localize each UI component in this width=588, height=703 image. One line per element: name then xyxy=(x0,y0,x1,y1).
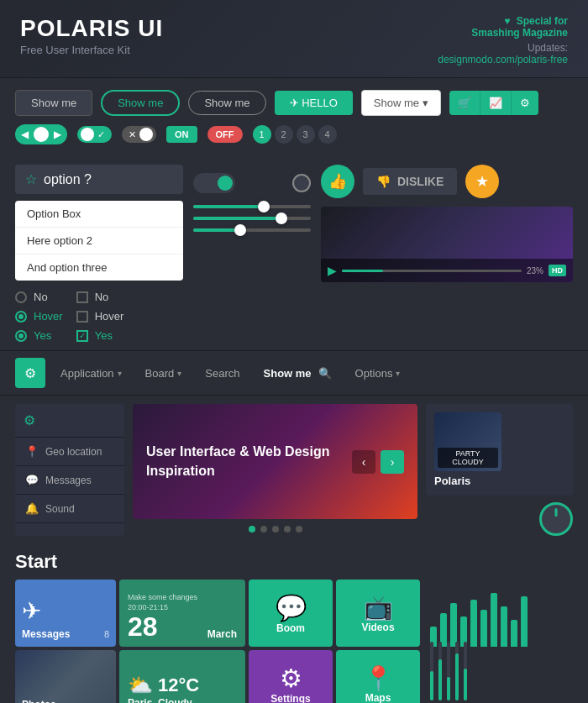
video-player: ▶ 23% HD xyxy=(321,207,573,282)
toggle-on-switch[interactable]: ON xyxy=(166,126,197,143)
tile-weather[interactable]: ⛅ 12°C Paris, Cloudy xyxy=(119,650,245,703)
radio-yes-2[interactable]: ✓ Yes xyxy=(76,329,124,342)
thumbs-down-icon: 👎 xyxy=(376,175,391,188)
hd-badge: HD xyxy=(549,265,566,276)
radio-no-2[interactable]: No xyxy=(76,291,124,303)
nav-item-show-me[interactable]: Show me 🔍 xyxy=(252,360,344,386)
tile-maps[interactable]: 📍 Maps xyxy=(336,650,420,703)
slider-fill-2 xyxy=(193,217,281,220)
like-button[interactable]: 👍 xyxy=(321,165,354,198)
radio-hover-2[interactable]: Hover xyxy=(76,310,124,323)
nav-app-arrow: ▾ xyxy=(118,369,122,378)
nav-item-board[interactable]: Board ▾ xyxy=(134,360,194,386)
nav-item-options[interactable]: Options ▾ xyxy=(344,360,412,386)
dropdown-active[interactable]: ☆ option ? xyxy=(15,165,183,194)
radio-yes-1[interactable]: Yes xyxy=(15,329,63,342)
mid-toggle[interactable] xyxy=(193,173,235,193)
sidebar-menu-sound[interactable]: 🔔 Sound xyxy=(15,495,124,523)
smashing-label: Smashing Magazine xyxy=(438,27,568,39)
v-slider-1[interactable] xyxy=(430,642,433,700)
banner-next-arrow[interactable]: › xyxy=(381,450,404,474)
page-item-4[interactable]: 4 xyxy=(318,125,337,144)
tile-messages[interactable]: ✈ Messages 8 xyxy=(15,580,116,647)
tile-videos[interactable]: 📺 Videos xyxy=(336,580,420,647)
page-item-3[interactable]: 3 xyxy=(297,125,315,144)
slider-thumb-2 xyxy=(276,212,287,224)
app-subtitle: Free User Interface Kit xyxy=(20,44,163,56)
nav-item-search[interactable]: Search xyxy=(193,360,251,386)
v-slider-fill-4 xyxy=(455,653,459,700)
v-slider-2[interactable] xyxy=(438,642,442,700)
sidebar-menu-messages[interactable]: 💬 Messages xyxy=(15,466,124,495)
toggle-switch-1[interactable]: ◀ ▶ xyxy=(15,124,67,144)
tile-settings[interactable]: ⚙ Settings xyxy=(249,650,333,703)
tile-calendar-note: Make some changes xyxy=(128,593,237,601)
like-row: 👍 👎 DISLIKE ★ xyxy=(321,165,573,198)
star-button[interactable]: ★ xyxy=(465,165,499,198)
page-item-1[interactable]: 1 xyxy=(253,125,271,144)
dropdown-item-1[interactable]: Option Box xyxy=(15,201,183,228)
radio-groups: No Hover Yes No Hover xyxy=(15,291,183,342)
dropdown-item-2[interactable]: Here option 2 xyxy=(15,228,183,254)
banner-dot-5[interactable] xyxy=(296,526,302,532)
settings-icon-btn[interactable]: ⚙ xyxy=(512,91,538,115)
weather-card: PARTY CLOUDY Polaris xyxy=(426,404,573,496)
hello-button[interactable]: ✈ HELLO xyxy=(275,91,353,115)
video-progress-fill xyxy=(342,270,383,272)
page-item-2[interactable]: 2 xyxy=(275,125,293,144)
tile-boom[interactable]: 💬 Boom xyxy=(249,580,333,647)
show-me-button-3[interactable]: Show me xyxy=(188,91,265,115)
show-me-button-2[interactable]: Show me xyxy=(101,90,180,116)
banner-text: User Interface & Web Design Inspiration xyxy=(146,443,352,480)
toggle-x-1[interactable]: ✕ xyxy=(122,126,156,143)
banner-prev-arrow[interactable]: ‹ xyxy=(352,450,375,474)
v-slider-3[interactable] xyxy=(447,642,450,700)
nav-item-application[interactable]: Application ▾ xyxy=(49,360,134,386)
show-me-dropdown[interactable]: Show me ▾ xyxy=(361,90,441,116)
tile-messages-count: 8 xyxy=(104,629,109,639)
radio-circle-no-1 xyxy=(15,291,27,303)
sidebar-menu-geo[interactable]: 📍 Geo location xyxy=(15,438,124,466)
tiles-row-1: ✈ Messages 8 Make some changes 20:00-21:… xyxy=(15,580,573,647)
slider-row-1 xyxy=(193,205,311,208)
chevron-down-icon: ▾ xyxy=(423,97,428,109)
banner-dot-2[interactable] xyxy=(260,526,267,532)
banner-dot-1[interactable] xyxy=(249,526,255,532)
radio-group-2: No Hover ✓ Yes xyxy=(76,291,124,342)
video-progress-bar[interactable] xyxy=(342,270,522,272)
check-box-yes-2: ✓ xyxy=(76,330,88,342)
icon-button-group[interactable]: 🛒 📈 ⚙ xyxy=(449,91,538,115)
dropdown-item-3[interactable]: And option three xyxy=(15,254,183,281)
slider-track-2[interactable] xyxy=(193,217,311,220)
tile-photos-label: Photos xyxy=(22,699,109,703)
tile-photos[interactable]: Photos xyxy=(15,650,116,703)
toggle-check-1[interactable]: ✓ xyxy=(77,126,112,143)
header-right: ♥ Special for Smashing Magazine Updates:… xyxy=(438,15,568,66)
header-title: POLARIS UI Free User Interface Kit xyxy=(20,15,163,56)
banner-dot-3[interactable] xyxy=(272,526,279,532)
banner-dot-4[interactable] xyxy=(284,526,291,532)
radio-no-1[interactable]: No xyxy=(15,291,63,303)
v-slider-5[interactable] xyxy=(464,642,467,700)
app-sidebar-header: ⚙ xyxy=(15,404,124,438)
tile-calendar[interactable]: Make some changes 20:00-21:15 28 March xyxy=(119,580,245,647)
v-slider-fill-1 xyxy=(430,671,433,700)
circle-toggle[interactable] xyxy=(292,174,311,192)
pagination: 1 2 3 4 xyxy=(253,125,337,144)
v-slider-4[interactable] xyxy=(455,642,459,700)
play-button[interactable]: ▶ xyxy=(328,264,337,277)
slider-row-3 xyxy=(193,228,311,232)
tile-weather-top: ⛅ 12°C xyxy=(128,674,237,697)
tile-weather-label: Paris, Cloudy xyxy=(128,697,237,703)
slider-track-1[interactable] xyxy=(193,205,311,208)
show-me-button-1[interactable]: Show me xyxy=(15,90,92,116)
toggle-off-switch[interactable]: OFF xyxy=(207,126,243,143)
nav-gear-icon[interactable]: ⚙ xyxy=(15,358,45,388)
dislike-button[interactable]: 👎 DISLIKE xyxy=(363,168,457,195)
knob-widget[interactable] xyxy=(539,502,573,536)
radio-hover-1[interactable]: Hover xyxy=(15,310,63,323)
slider-track-3[interactable] xyxy=(193,228,311,232)
trending-icon[interactable]: 📈 xyxy=(480,91,512,115)
v-slider-track-2 xyxy=(438,642,442,700)
cart-icon[interactable]: 🛒 xyxy=(449,91,480,115)
